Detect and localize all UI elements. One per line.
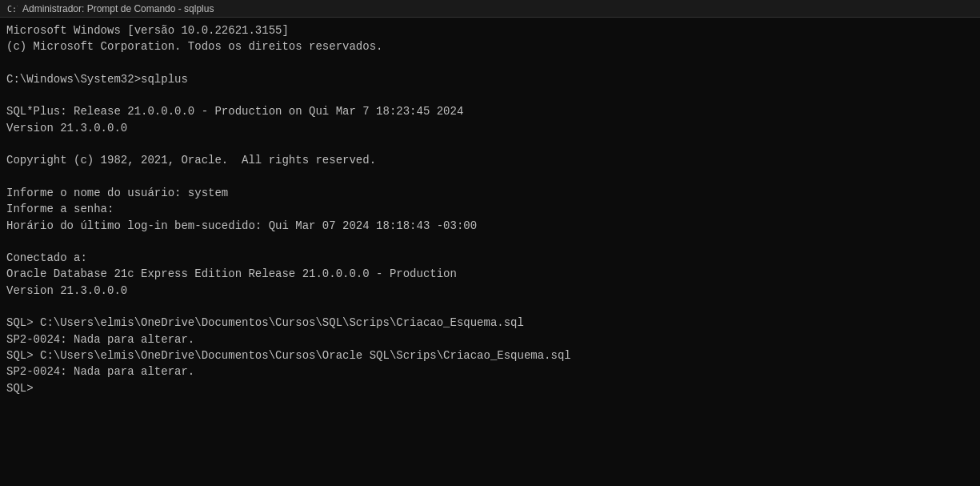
terminal-line — [6, 55, 974, 71]
terminal-line: SQL> C:\Users\elmis\OneDrive\Documentos\… — [6, 347, 974, 363]
terminal-line: Copyright (c) 1982, 2021, Oracle. All ri… — [6, 152, 974, 168]
terminal-line: Informe o nome do usuário: system — [6, 185, 974, 201]
cmd-icon: C:\ — [6, 3, 18, 14]
terminal-line: Horário do último log-in bem-sucedido: Q… — [6, 218, 974, 234]
terminal-line — [6, 169, 974, 185]
terminal-line: SQL> — [6, 380, 974, 396]
terminal-line: Informe a senha: — [6, 201, 974, 217]
terminal-line: SQL> C:\Users\elmis\OneDrive\Documentos\… — [6, 315, 974, 331]
terminal-line — [6, 87, 974, 103]
terminal-line: Conectado a: — [6, 250, 974, 266]
title-bar: C:\ Administrador: Prompt de Comando - s… — [0, 0, 980, 18]
terminal-line: Version 21.3.0.0.0 — [6, 120, 974, 136]
terminal-line: Version 21.3.0.0.0 — [6, 283, 974, 299]
svg-text:C:\: C:\ — [7, 5, 18, 14]
window-title: Administrador: Prompt de Comando - sqlpl… — [22, 3, 974, 14]
terminal-line: SP2-0024: Nada para alterar. — [6, 331, 974, 347]
terminal-line: (c) Microsoft Corporation. Todos os dire… — [6, 38, 974, 54]
terminal-line: SP2-0024: Nada para alterar. — [6, 363, 974, 380]
terminal-body[interactable]: Microsoft Windows [versão 10.0.22621.315… — [0, 18, 980, 486]
terminal-line: Oracle Database 21c Express Edition Rele… — [6, 266, 974, 282]
terminal-line — [6, 136, 974, 152]
terminal-line: SQL*Plus: Release 21.0.0.0.0 - Productio… — [6, 103, 974, 119]
terminal-line: C:\Windows\System32>sqlplus — [6, 71, 974, 87]
terminal-line — [6, 234, 974, 250]
terminal-line: Microsoft Windows [versão 10.0.22621.315… — [6, 22, 974, 38]
terminal-line — [6, 299, 974, 315]
